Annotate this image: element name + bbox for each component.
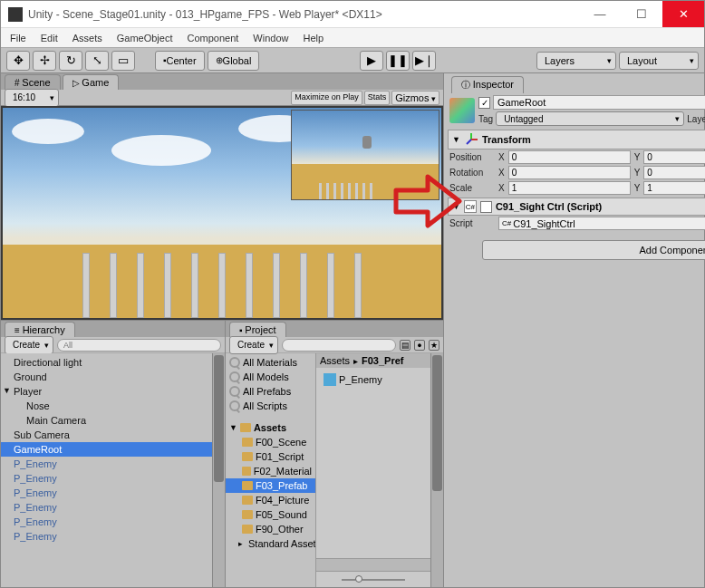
gizmos-toggle[interactable]: Gizmos ▾ — [391, 91, 439, 105]
hierarchy-scrollbar[interactable] — [212, 353, 225, 587]
transform-header[interactable]: ▼ Transform ? ⚙ — [448, 130, 705, 149]
hierarchy-item[interactable]: P_Enemy — [1, 500, 212, 515]
tab-game[interactable]: ▷ Game — [63, 74, 120, 90]
search-filter-icon[interactable]: ▤ — [400, 340, 410, 351]
main-toolbar: ✥ ✢ ↻ ⤡ ▭ ▪ Center ⊕ Global ▶ ❚❚ ▶❘ Laye… — [1, 48, 704, 73]
layout-dropdown[interactable]: Layout — [619, 52, 699, 70]
fav-item[interactable]: All Models — [226, 370, 315, 384]
transform-icon — [464, 132, 478, 147]
menu-file[interactable]: File — [10, 33, 26, 43]
scale-tool-button[interactable]: ⤡ — [85, 51, 109, 71]
hierarchy-search-input[interactable] — [57, 339, 221, 352]
menu-window[interactable]: Window — [253, 33, 288, 43]
inspector-panel: ⓘ Inspector ✓ Static▾ Tag Untagged Layer… — [443, 73, 705, 587]
folder-item[interactable]: F05_Sound — [226, 507, 315, 522]
tab-scene[interactable]: # Scene — [5, 74, 61, 90]
rot-y-field[interactable] — [643, 166, 705, 179]
pos-y-field[interactable] — [643, 150, 705, 164]
pivot-center-button[interactable]: ▪ Center — [155, 51, 205, 71]
fav-item[interactable]: All Materials — [226, 355, 315, 370]
tab-hierarchy[interactable]: ≡ Hierarchy — [5, 322, 75, 337]
minimize-button[interactable]: — — [579, 1, 621, 27]
scl-y-field[interactable] — [643, 181, 705, 195]
add-component-button[interactable]: Add Component — [482, 240, 705, 260]
menu-help[interactable]: Help — [303, 33, 324, 43]
project-search-input[interactable] — [282, 339, 396, 352]
folder-item[interactable]: ▸Standard Assets — [226, 536, 315, 551]
move-tool-button[interactable]: ✢ — [33, 51, 56, 71]
folder-item[interactable]: F02_Material — [226, 464, 315, 478]
active-checkbox[interactable]: ✓ — [478, 97, 490, 109]
folder-icon — [242, 496, 253, 505]
asset-item[interactable]: P_Enemy — [320, 371, 427, 388]
breadcrumb-item[interactable]: F03_Pref — [362, 355, 403, 366]
folder-item[interactable]: F01_Script — [226, 449, 315, 464]
project-folders[interactable]: All Materials All Models All Prefabs All… — [226, 353, 316, 587]
project-scrollbar[interactable] — [430, 353, 443, 587]
hierarchy-item[interactable]: Nose — [1, 399, 212, 413]
close-button[interactable]: ✕ — [662, 1, 704, 27]
script-component-header[interactable]: ▼ C# C91_Sight Ctrl (Script) ? ⚙ — [448, 198, 705, 216]
folder-icon — [242, 510, 253, 519]
hierarchy-item[interactable]: P_Enemy — [1, 471, 212, 486]
search-label-icon[interactable]: ● — [414, 340, 425, 351]
hierarchy-create-dropdown[interactable]: Create — [5, 336, 53, 354]
hierarchy-item[interactable]: P_Enemy — [1, 457, 212, 471]
aspect-dropdown[interactable]: 16:10 — [5, 89, 59, 107]
folder-item[interactable]: F90_Other — [226, 522, 315, 536]
tab-project[interactable]: ▪ Project — [229, 322, 286, 337]
rect-tool-button[interactable]: ▭ — [111, 51, 135, 71]
pivot-global-button[interactable]: ⊕ Global — [208, 51, 260, 71]
menu-bar: File Edit Assets GameObject Component Wi… — [1, 28, 704, 48]
hierarchy-item[interactable]: Ground — [1, 370, 212, 384]
hierarchy-item-selected[interactable]: GameRoot — [1, 442, 212, 457]
script-field[interactable]: C#C91_SightCtrl⊙ — [498, 217, 705, 230]
folder-item[interactable]: F00_Scene — [226, 435, 315, 449]
title-bar: Unity - Scene_Stage01.unity - 013_HPgame… — [1, 1, 704, 28]
menu-edit[interactable]: Edit — [41, 33, 58, 43]
menu-gameobject[interactable]: GameObject — [117, 33, 173, 43]
hierarchy-item[interactable]: P_Enemy — [1, 529, 212, 544]
hierarchy-item[interactable]: Directional light — [1, 355, 212, 370]
hierarchy-item[interactable]: P_Enemy — [1, 486, 212, 500]
game-view — [1, 106, 443, 320]
gameobject-name-field[interactable] — [493, 95, 705, 110]
menu-assets[interactable]: Assets — [72, 33, 102, 43]
folder-item[interactable]: F04_Picture — [226, 493, 315, 507]
project-assets-grid[interactable]: P_Enemy — [316, 368, 430, 558]
script-icon: C# — [464, 200, 477, 213]
search-save-icon[interactable]: ★ — [429, 340, 439, 351]
maximize-on-play-toggle[interactable]: Maximize on Play — [291, 91, 362, 105]
hand-tool-button[interactable]: ✥ — [6, 51, 30, 71]
tag-dropdown[interactable]: Untagged — [496, 111, 684, 126]
scl-x-field[interactable] — [508, 181, 631, 195]
stats-toggle[interactable]: Stats — [364, 91, 391, 105]
pos-x-field[interactable] — [508, 150, 631, 164]
pause-button[interactable]: ❚❚ — [386, 51, 410, 71]
maximize-button[interactable]: ☐ — [621, 1, 662, 27]
project-zoom-slider[interactable] — [316, 571, 430, 587]
hierarchy-item[interactable]: P_Enemy — [1, 515, 212, 529]
tab-inspector[interactable]: ⓘ Inspector — [451, 76, 524, 93]
layers-dropdown[interactable]: Layers — [536, 52, 616, 70]
menu-component[interactable]: Component — [187, 33, 238, 43]
hierarchy-tree[interactable]: Directional light Ground ▼Player Nose Ma… — [1, 353, 212, 587]
fav-item[interactable]: All Prefabs — [226, 384, 315, 399]
step-button[interactable]: ▶❘ — [412, 51, 436, 71]
rotate-tool-button[interactable]: ↻ — [59, 51, 82, 71]
hierarchy-item[interactable]: Main Camera — [1, 413, 212, 428]
hierarchy-item[interactable]: Sub Camera — [1, 428, 212, 442]
play-button[interactable]: ▶ — [360, 51, 383, 71]
project-create-dropdown[interactable]: Create — [229, 336, 278, 354]
svg-line-2 — [467, 140, 471, 144]
folder-icon — [242, 438, 253, 447]
assets-root[interactable]: ▼Assets — [226, 420, 315, 435]
hierarchy-item[interactable]: ▼Player — [1, 384, 212, 399]
rot-x-field[interactable] — [508, 166, 631, 179]
folder-item-selected[interactable]: F03_Prefab — [226, 478, 315, 493]
gameobject-icon[interactable] — [449, 98, 475, 123]
fav-item[interactable]: All Scripts — [226, 399, 315, 413]
breadcrumb-item[interactable]: Assets — [320, 355, 350, 366]
project-h-scrollbar[interactable] — [316, 558, 430, 571]
script-enabled-checkbox[interactable] — [480, 201, 492, 213]
